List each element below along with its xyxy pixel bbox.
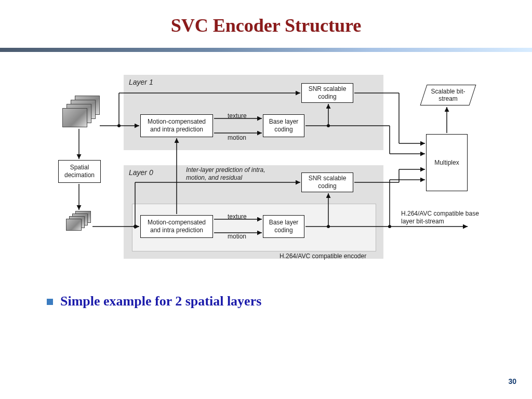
layer1-snr: SNR scalable coding	[301, 83, 353, 103]
bullet-icon	[47, 299, 53, 305]
encoder-caption: H.264/AVC compatible encoder	[280, 252, 366, 260]
layer0-snr: SNR scalable coding	[301, 172, 353, 192]
encoder-diagram: Layer 1 Layer 0 Spatial decimation Motio…	[62, 66, 486, 269]
interlayer-note: Inter-layer prediction of intra, motion,…	[186, 166, 274, 182]
slide: SVC Encoder Structure Layer 1 Layer 0 Sp…	[0, 0, 532, 399]
junction-dot	[117, 124, 121, 127]
layer1-title: Layer 1	[129, 78, 153, 87]
junction-dot	[388, 225, 391, 228]
layer0-title: Layer 0	[129, 168, 153, 178]
multiplex-box: Multiplex	[426, 134, 468, 191]
layer0-motion-label: motion	[228, 233, 246, 241]
junction-dot	[327, 225, 330, 228]
layer0-base-coding: Base layer coding	[263, 215, 304, 238]
spatial-decimation-box: Spatial decimation	[58, 160, 101, 183]
layer0-texture-label: texture	[228, 213, 247, 221]
layer1-mc-pred: Motion-compensated and intra prediction	[140, 114, 213, 137]
divider-bar	[0, 48, 532, 52]
junction-dot	[134, 225, 137, 228]
bullet-text: Simple example for 2 spatial layers	[60, 294, 261, 309]
bullet-line: Simple example for 2 spatial layers	[47, 294, 261, 309]
base-bitstream-label: H.264/AVC compatible base layer bit-stre…	[401, 210, 484, 225]
slide-title: SVC Encoder Structure	[0, 0, 532, 36]
layer0-mc-pred: Motion-compensated and intra prediction	[140, 215, 213, 238]
scalable-bitstream: Scalable bit-stream	[420, 85, 476, 105]
layer1-texture-label: texture	[228, 112, 247, 120]
page-number: 30	[508, 377, 516, 385]
spatial-decimation-label: Spatial decimation	[62, 164, 97, 179]
junction-dot	[327, 124, 330, 127]
layer1-base-coding: Base layer coding	[263, 114, 304, 137]
layer1-motion-label: motion	[228, 134, 246, 142]
